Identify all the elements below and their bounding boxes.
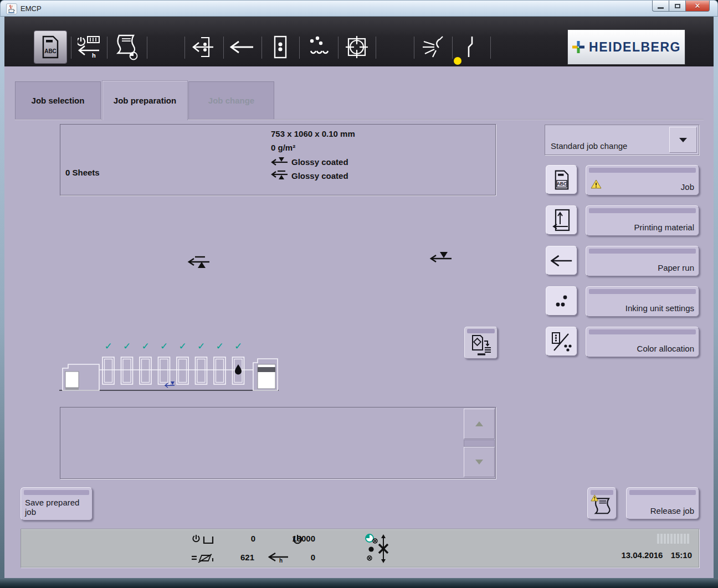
tab-job-preparation[interactable]: Job preparation xyxy=(102,80,188,120)
sheet-time-icon xyxy=(114,34,139,60)
job-time-button-toolbar[interactable] xyxy=(110,31,142,63)
heidelberg-logo: HEIDELBERG xyxy=(567,29,685,65)
emcp-app: ABC h xyxy=(4,17,714,578)
coating-back-label: Glossy coated xyxy=(271,169,348,182)
job-document-icon: ABC xyxy=(40,35,60,59)
coating-front-label: Glossy coated xyxy=(271,156,348,168)
main-content: Job selection Job preparation Job change… xyxy=(4,66,714,578)
inking-dots-icon xyxy=(553,294,570,308)
svg-text:✓: ✓ xyxy=(104,341,112,352)
application-window: EMCP ✕ ABC xyxy=(0,0,718,588)
save-prepared-job-button[interactable]: Save prepared job xyxy=(20,487,93,520)
button-strip xyxy=(589,329,696,334)
printing-material-icon-button[interactable] xyxy=(546,205,577,235)
job-data-transfer-button[interactable] xyxy=(464,327,498,359)
dampening-button-toolbar[interactable] xyxy=(302,31,335,63)
maximize-icon xyxy=(675,4,680,8)
button-strip xyxy=(589,289,696,294)
printing-material-icon xyxy=(552,209,571,232)
printing-unit-button-toolbar[interactable] xyxy=(264,31,296,63)
printing-material-button[interactable]: Printing material xyxy=(586,205,699,236)
job-icon-button[interactable]: ABC xyxy=(546,165,577,194)
button-strip xyxy=(589,208,696,213)
scroll-up-button[interactable] xyxy=(464,409,495,439)
svg-text:✓: ✓ xyxy=(216,341,223,352)
toolbar-separator xyxy=(107,37,107,59)
job-button[interactable]: Job xyxy=(586,165,699,195)
toolbar-separator xyxy=(261,37,262,59)
scroll-thumb[interactable] xyxy=(464,440,495,447)
warning-status-dot xyxy=(454,57,461,65)
job-button-toolbar[interactable]: ABC xyxy=(34,31,66,63)
paper-run-button[interactable]: Paper run xyxy=(586,246,699,276)
color-allocation-icon xyxy=(551,331,573,353)
remaining-counter-value: 0 xyxy=(265,553,315,562)
paper-format-label: 753 x 1060 x 0.10 mm xyxy=(271,129,355,138)
minimize-button[interactable] xyxy=(652,1,669,12)
list-scrollbar[interactable] xyxy=(464,408,495,478)
job-sheet-warning-icon xyxy=(591,494,614,518)
button-strip xyxy=(629,490,696,495)
paper-run-button-toolbar[interactable] xyxy=(226,31,258,63)
toolbar-separator xyxy=(490,37,491,59)
feeder-button-toolbar[interactable] xyxy=(188,31,220,63)
inking-unit-icon-button[interactable] xyxy=(546,286,577,316)
press-schematic: ✓ ✓ ✓ ✓ ✓ ✓ ✓ ✓ xyxy=(58,337,280,395)
tab-job-selection[interactable]: Job selection xyxy=(15,81,101,119)
powder-spray-button-toolbar[interactable] xyxy=(417,31,449,63)
title-bar[interactable]: EMCP ✕ xyxy=(0,0,718,17)
unit-ok-checks: ✓ ✓ ✓ ✓ ✓ ✓ ✓ ✓ xyxy=(104,341,242,352)
date-label: 13.04.2016 xyxy=(621,550,663,560)
coating-back-icon xyxy=(271,169,289,182)
paper-run-arrow-icon xyxy=(551,254,573,267)
job-info-box: 0 Sheets 753 x 1060 x 0.10 mm 0 g/m² Glo… xyxy=(60,124,496,195)
toolbar-separator xyxy=(452,37,453,59)
coating-front-icon xyxy=(271,156,289,168)
maximize-button[interactable] xyxy=(669,1,685,12)
warning-icon xyxy=(591,179,602,191)
printing-material-button-label: Printing material xyxy=(634,223,694,232)
paper-grammage-label: 0 g/m² xyxy=(271,143,295,152)
paper-run-arrow-icon xyxy=(230,40,254,54)
job-change-mode-dropdown[interactable]: Standard job change xyxy=(545,125,699,155)
coating-mark-back-icon xyxy=(429,249,453,268)
register-button-toolbar[interactable] xyxy=(341,31,373,63)
job-queue-icon-button[interactable] xyxy=(587,487,617,519)
close-icon: ✕ xyxy=(695,2,701,10)
svg-text:✓: ✓ xyxy=(178,341,186,352)
tab-job-preparation-label: Job preparation xyxy=(114,96,176,105)
color-allocation-button[interactable]: Color allocation xyxy=(586,327,699,357)
feeder-unit xyxy=(253,359,278,390)
inking-unit-settings-button[interactable]: Inking unit settings xyxy=(586,286,699,317)
datetime-label: 13.04.2016 15:10 xyxy=(616,550,692,560)
counter-preset-icon: h xyxy=(78,34,101,60)
toolbar-separator xyxy=(376,37,376,59)
toolbar-separator xyxy=(184,37,185,59)
register-crosshair-icon xyxy=(345,35,369,59)
paper-run-icon-button[interactable] xyxy=(546,246,577,275)
toolbar-separator xyxy=(71,37,71,59)
dropdown-arrow-button[interactable] xyxy=(669,127,697,153)
speed-preset-value: 18000 xyxy=(265,534,315,543)
scroll-down-button[interactable] xyxy=(464,447,495,477)
coater-droplet-icon xyxy=(235,364,242,375)
toolbar-separator xyxy=(147,37,147,59)
svg-text:ABC: ABC xyxy=(44,48,57,54)
close-button[interactable]: ✕ xyxy=(685,1,710,12)
counter-button-toolbar[interactable]: h xyxy=(73,31,105,63)
toolbar-separator xyxy=(223,37,224,59)
heidelberg-cross-icon xyxy=(572,40,585,54)
current-counter-value: 621 xyxy=(204,553,254,562)
release-job-button[interactable]: Release job xyxy=(626,487,699,519)
window-title: EMCP xyxy=(20,4,42,13)
button-strip xyxy=(589,168,696,173)
message-list[interactable] xyxy=(60,407,496,479)
svg-text:✓: ✓ xyxy=(160,341,168,352)
delivery-pile xyxy=(65,372,79,388)
save-prepared-job-label: Save prepared job xyxy=(25,498,92,517)
sheet-count-label: 0 Sheets xyxy=(65,168,100,177)
window-border-left xyxy=(0,17,4,578)
color-allocation-icon-button[interactable] xyxy=(546,327,577,356)
total-counter-value: 0 xyxy=(204,534,255,543)
powder-spray-icon xyxy=(420,35,445,59)
